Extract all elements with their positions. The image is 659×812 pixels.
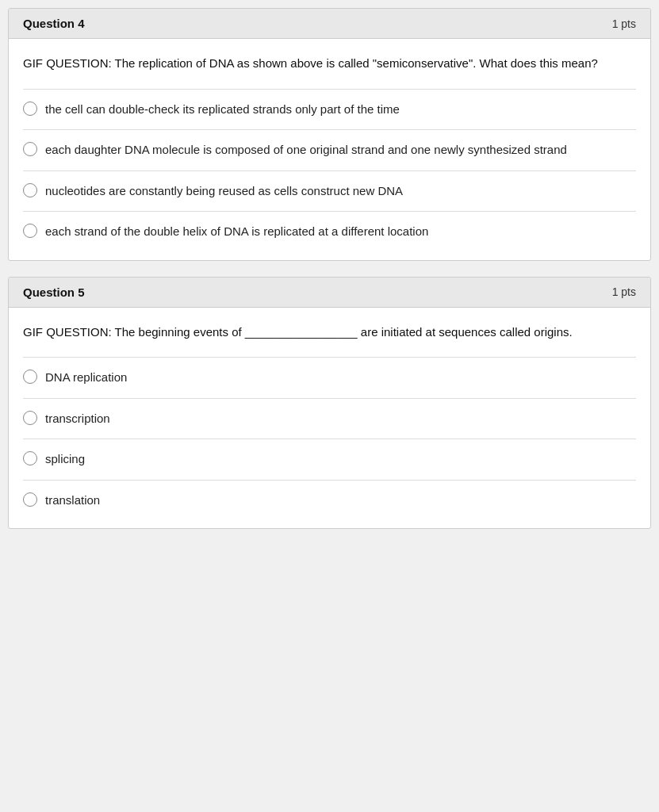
question-5-option-1[interactable]: transcription	[23, 399, 636, 440]
question-5-title: Question 5	[23, 285, 85, 299]
question-4-header: Question 41 pts	[9, 9, 650, 39]
question-5-radio-0[interactable]	[23, 370, 37, 384]
question-4-option-label-0: the cell can double-check its replicated…	[45, 101, 400, 119]
question-5-option-label-0: DNA replication	[45, 369, 127, 387]
question-4-body: GIF QUESTION: The replication of DNA as …	[9, 39, 650, 260]
question-4-title: Question 4	[23, 17, 85, 30]
question-4-options-list: the cell can double-check its replicated…	[23, 89, 636, 252]
question-5-option-0[interactable]: DNA replication	[23, 358, 636, 399]
question-5-header: Question 51 pts	[9, 278, 650, 308]
question-5-body: GIF QUESTION: The beginning events of __…	[9, 308, 650, 529]
question-5-pts: 1 pts	[612, 285, 636, 298]
question-5-text: GIF QUESTION: The beginning events of __…	[23, 324, 636, 342]
question-4-option-label-3: each strand of the double helix of DNA i…	[45, 223, 428, 241]
question-5-option-label-2: splicing	[45, 450, 85, 469]
page-wrapper: Question 41 ptsGIF QUESTION: The replica…	[0, 0, 659, 537]
question-5: Question 51 ptsGIF QUESTION: The beginni…	[8, 277, 651, 530]
question-4-text: GIF QUESTION: The replication of DNA as …	[23, 55, 636, 73]
question-4-option-1[interactable]: each daughter DNA molecule is composed o…	[23, 130, 636, 171]
question-5-option-label-3: translation	[45, 492, 100, 510]
question-4-option-0[interactable]: the cell can double-check its replicated…	[23, 90, 636, 131]
question-4-pts: 1 pts	[612, 17, 636, 30]
question-4-option-label-2: nucleotides are constantly being reused …	[45, 182, 403, 201]
question-5-options-list: DNA replicationtranscriptionsplicingtran…	[23, 357, 636, 520]
question-5-option-2[interactable]: splicing	[23, 439, 636, 481]
question-5-option-3[interactable]: translation	[23, 481, 636, 521]
question-4-option-label-1: each daughter DNA molecule is composed o…	[45, 141, 567, 159]
question-4-radio-1[interactable]	[23, 142, 37, 156]
question-4-option-3[interactable]: each strand of the double helix of DNA i…	[23, 212, 636, 252]
question-5-option-label-1: transcription	[45, 410, 110, 428]
question-4-option-2[interactable]: nucleotides are constantly being reused …	[23, 171, 636, 213]
question-5-radio-2[interactable]	[23, 451, 37, 465]
question-4-radio-2[interactable]	[23, 183, 37, 197]
question-5-radio-1[interactable]	[23, 411, 37, 425]
question-4-radio-0[interactable]	[23, 102, 37, 116]
question-5-radio-3[interactable]	[23, 492, 37, 507]
question-4-radio-3[interactable]	[23, 224, 37, 238]
question-4: Question 41 ptsGIF QUESTION: The replica…	[8, 8, 651, 261]
